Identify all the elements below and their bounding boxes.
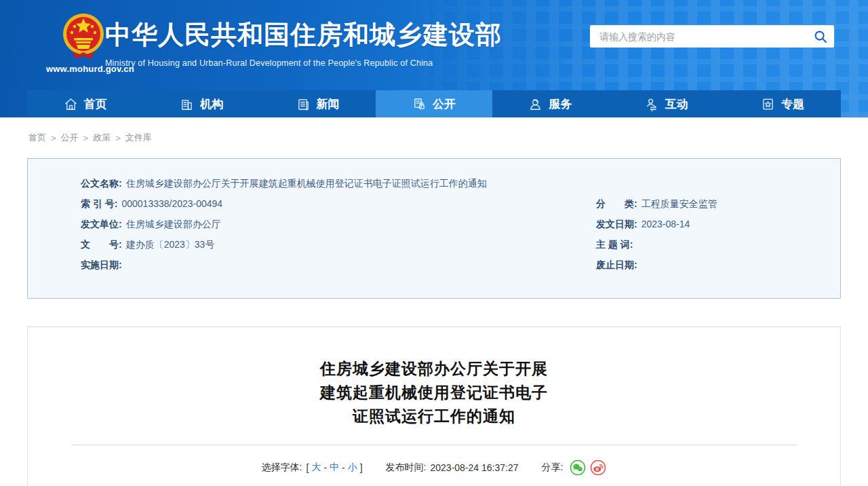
title-divider xyxy=(71,445,797,445)
article-title-line: 建筑起重机械使用登记证书电子 xyxy=(28,381,840,405)
article-title-line: 证照试运行工作的通知 xyxy=(28,405,840,428)
building-icon xyxy=(180,97,194,111)
breadcrumb-separator: > xyxy=(83,133,89,143)
nav-tab-topics[interactable]: 专题 xyxy=(725,90,841,117)
share-label: 分享: xyxy=(542,462,564,474)
exchange-arrows-icon xyxy=(645,97,659,111)
breadcrumb-library[interactable]: 文件库 xyxy=(125,132,152,144)
nav-tab-label: 服务 xyxy=(549,96,572,112)
nav-tab-news[interactable]: 新闻 xyxy=(260,90,376,117)
info-row: 文 号: 建办质〔2023〕33号 主 题 词: xyxy=(81,234,840,255)
breadcrumb-policy[interactable]: 政策 xyxy=(93,132,111,144)
person-icon xyxy=(528,97,542,111)
newspaper-icon xyxy=(296,97,311,111)
nav-tab-label: 互动 xyxy=(665,96,688,112)
documents-lock-icon xyxy=(412,97,427,111)
font-size-separator: - xyxy=(323,462,327,473)
bracket: ] xyxy=(360,462,363,473)
index-number-value: 000013338/2023-00494 xyxy=(121,193,222,214)
breadcrumb-home[interactable]: 首页 xyxy=(28,132,46,144)
effective-date-label: 实施日期: xyxy=(81,255,122,275)
breadcrumb-open[interactable]: 公开 xyxy=(61,132,79,144)
doc-name-value: 住房城乡建设部办公厅关于开展建筑起重机械使用登记证书电子证照试运行工作的通知 xyxy=(126,173,487,193)
breadcrumb: 首页 > 公开 > 政策 > 文件库 xyxy=(27,132,841,144)
share-buttons xyxy=(570,460,606,476)
search-box xyxy=(590,25,834,48)
publish-time-label: 发布时间: xyxy=(386,462,427,474)
nav-tab-services[interactable]: 服务 xyxy=(492,90,608,117)
breadcrumb-separator: > xyxy=(51,133,56,143)
font-size-large[interactable]: 大 xyxy=(311,462,321,474)
national-emblem-icon xyxy=(62,12,105,61)
nav-tab-interact[interactable]: 互动 xyxy=(608,90,724,117)
article-title: 住房城乡建设部办公厅关于开展 建筑起重机械使用登记证书电子 证照试运行工作的通知 xyxy=(28,357,840,428)
info-row: 实施日期: 废止日期: xyxy=(81,255,840,275)
article-panel: 住房城乡建设部办公厅关于开展 建筑起重机械使用登记证书电子 证照试运行工作的通知… xyxy=(27,326,841,486)
nav-tab-label: 机构 xyxy=(200,96,223,112)
font-select-label: 选择字体: xyxy=(262,462,302,474)
weibo-share-icon[interactable] xyxy=(590,460,606,476)
info-row: 发文单位: 住房城乡建设部办公厅 发文日期: 2023-08-14 xyxy=(81,214,840,234)
info-row: 索 引 号: 000013338/2023-00494 分 类: 工程质量安全监… xyxy=(81,193,840,214)
article-title-line: 住房城乡建设部办公厅关于开展 xyxy=(28,357,840,381)
nav-tab-open[interactable]: 公开 xyxy=(376,90,492,117)
font-size-selector: [ 大 - 中 - 小 ] xyxy=(306,462,362,474)
font-size-separator: - xyxy=(342,462,345,473)
nav-tab-orgs[interactable]: 机构 xyxy=(143,90,259,117)
search-icon xyxy=(814,30,827,43)
nav-tab-label: 首页 xyxy=(84,96,107,112)
issuing-unit-value: 住房城乡建设部办公厅 xyxy=(126,214,221,234)
index-number-label: 索 引 号: xyxy=(81,193,117,214)
issuing-unit-label: 发文单位: xyxy=(81,214,122,234)
info-row-doc-name: 公文名称: 住房城乡建设部办公厅关于开展建筑起重机械使用登记证书电子证照试运行工… xyxy=(81,173,840,193)
font-size-small[interactable]: 小 xyxy=(348,462,357,474)
search-input[interactable] xyxy=(590,31,807,42)
nav-tab-label: 新闻 xyxy=(317,96,340,112)
nav-tab-home[interactable]: 首页 xyxy=(27,90,143,117)
doc-name-label: 公文名称: xyxy=(81,173,122,193)
issue-date-value: 2023-08-14 xyxy=(642,214,690,234)
doc-number-value: 建办质〔2023〕33号 xyxy=(126,234,215,255)
nav-tab-label: 公开 xyxy=(433,96,456,112)
document-info-panel: 公文名称: 住房城乡建设部办公厅关于开展建筑起重机械使用登记证书电子证照试运行工… xyxy=(27,158,841,299)
main-nav: 首页 机构 新闻 公开 服务 xyxy=(27,90,841,117)
subject-words-label: 主 题 词: xyxy=(596,234,633,255)
search-button[interactable] xyxy=(807,25,834,48)
breadcrumb-separator: > xyxy=(115,133,121,143)
nav-tab-label: 专题 xyxy=(781,96,804,112)
category-label: 分 类: xyxy=(596,193,637,214)
repeal-date-label: 废止日期: xyxy=(596,255,637,275)
site-header: www.mohurd.gov.cn 中华人民共和国住房和城乡建设部 Minist… xyxy=(0,0,868,117)
bracket: [ xyxy=(306,462,309,473)
site-subtitle: Ministry of Housing and Urban-Rural Deve… xyxy=(105,58,502,68)
article-meta-bar: 选择字体: [ 大 - 中 - 小 ] 发布时间: 2023-08-24 16:… xyxy=(28,460,840,476)
issue-date-label: 发文日期: xyxy=(596,214,637,234)
site-title: 中华人民共和国住房和城乡建设部 xyxy=(105,18,502,52)
publish-time-value: 2023-08-24 16:37:27 xyxy=(431,462,519,473)
category-value: 工程质量安全监管 xyxy=(642,193,717,214)
doc-number-label: 文 号: xyxy=(81,234,122,255)
font-size-medium[interactable]: 中 xyxy=(330,462,339,474)
wechat-share-icon[interactable] xyxy=(570,460,586,476)
star-badge-icon xyxy=(761,97,775,111)
home-icon xyxy=(64,97,78,111)
